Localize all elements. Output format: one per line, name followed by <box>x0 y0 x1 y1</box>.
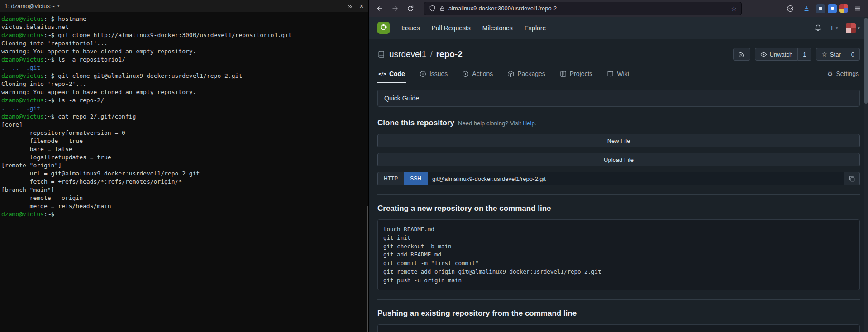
code-line: git checkout -b main <box>383 242 854 251</box>
close-icon[interactable]: × <box>359 2 364 10</box>
clone-section-header: Clone this repository Need help cloning?… <box>377 119 860 128</box>
tab-settings[interactable]: ⚙ Settings <box>826 65 860 83</box>
divider <box>377 299 860 300</box>
chevron-down-icon[interactable]: ▾ <box>57 4 60 8</box>
code-line: git commit -m "first commit" <box>383 259 854 268</box>
watch-button-group: Unwatch 1 <box>755 48 812 61</box>
clone-heading: Clone this repository <box>377 119 454 128</box>
gitea-logo[interactable] <box>377 22 390 34</box>
terminal-line: dzamo@victus:~$ cat repo-2/.git/config <box>1 113 367 121</box>
lock-icon[interactable] <box>439 5 445 12</box>
page-scrollbar[interactable] <box>864 17 868 332</box>
ssh-button[interactable]: SSH <box>404 172 428 185</box>
terminal-line: warning: You appear to have cloned an em… <box>1 47 367 56</box>
repo-content: Quick Guide Clone this repository Need h… <box>369 83 868 332</box>
repo-separator: / <box>430 49 432 59</box>
profile-avatar[interactable] <box>839 4 848 13</box>
back-icon[interactable] <box>373 2 386 15</box>
package-cube-icon <box>507 71 514 77</box>
nav-issues[interactable]: Issues <box>401 24 420 32</box>
watchers-count[interactable]: 1 <box>798 48 811 61</box>
url-text[interactable]: almalinux9-docker:3000/usrdevel1/repo-2 <box>448 5 728 12</box>
star-button-group: ☆ Star 0 <box>816 48 860 61</box>
user-menu[interactable]: ▾ <box>846 23 860 33</box>
shield-icon[interactable] <box>429 5 436 12</box>
nav-pull-requests[interactable]: Pull Requests <box>431 24 470 32</box>
repo-actions: Unwatch 1 ☆ Star 0 <box>733 48 860 61</box>
terminal-line: warning: You appear to have cloned an em… <box>1 88 367 96</box>
nav-explore[interactable]: Explore <box>525 24 546 32</box>
tab-packages[interactable]: Packages <box>506 65 546 83</box>
chevron-down-icon: ▾ <box>858 26 860 30</box>
code-block-existing-repo <box>377 324 860 332</box>
star-button[interactable]: ☆ Star <box>816 48 846 61</box>
gear-icon: ⚙ <box>827 71 833 77</box>
extension-icon[interactable] <box>828 4 837 13</box>
pocket-icon[interactable] <box>783 2 797 15</box>
nav-milestones[interactable]: Milestones <box>482 24 513 32</box>
repo-owner-link[interactable]: usrdevel1 <box>389 49 426 59</box>
terminal-line: dzamo@victus:~$ git clone http://almalin… <box>1 31 367 39</box>
new-file-button[interactable]: New File <box>377 134 860 147</box>
terminal-titlebar[interactable]: 1: dzamo@victus:~ ▾ × <box>0 0 368 12</box>
copy-button[interactable] <box>844 172 860 185</box>
repo-tabs: </> Code Issues Actions <box>369 65 868 83</box>
gitea-page: Issues Pull Requests Milestones Explore … <box>369 17 868 332</box>
screen: 1: dzamo@victus:~ ▾ × dzamo@victus:~$ ho… <box>0 0 868 332</box>
terminal-line: logallrefupdates = true <box>1 153 367 161</box>
menu-icon[interactable] <box>851 2 864 15</box>
terminal-line: [core] <box>1 121 367 129</box>
extension-icon[interactable] <box>816 4 825 13</box>
star-label: Star <box>830 51 841 58</box>
quick-guide-box: Quick Guide <box>377 90 860 107</box>
tab-wiki[interactable]: Wiki <box>606 65 630 83</box>
clone-url-input[interactable] <box>428 172 844 185</box>
tab-label: Actions <box>472 70 493 77</box>
star-icon: ☆ <box>821 51 827 57</box>
terminal-line: bare = false <box>1 145 367 153</box>
code-icon: </> <box>378 71 386 77</box>
terminal-line: filemode = true <box>1 137 367 145</box>
unwatch-label: Unwatch <box>770 51 793 58</box>
terminal-output[interactable]: dzamo@victus:~$ hostnamevictus.balaitus.… <box>0 12 368 332</box>
clone-url-row: HTTP SSH <box>377 172 860 185</box>
repo-header: usrdevel1 / repo-2 Unwatch 1 <box>369 39 868 61</box>
tab-code[interactable]: </> Code <box>377 65 406 83</box>
stars-count[interactable]: 0 <box>846 48 860 61</box>
help-link[interactable]: Help <box>523 120 535 127</box>
chevron-down-icon: ▾ <box>836 26 838 30</box>
section-heading-existing-repo: Pushing an existing repository from the … <box>377 309 860 318</box>
help-period: . <box>535 120 537 127</box>
unwatch-button[interactable]: Unwatch <box>755 48 798 61</box>
rss-button[interactable] <box>733 48 750 61</box>
terminal-line: victus.balaitus.net <box>1 23 367 31</box>
tab-issues[interactable]: Issues <box>419 65 448 83</box>
play-circle-icon <box>462 71 469 77</box>
maximize-icon[interactable] <box>347 3 353 9</box>
create-new-button[interactable]: + ▾ <box>830 24 838 32</box>
notifications-bell-icon[interactable] <box>814 24 822 32</box>
repo-name-link[interactable]: repo-2 <box>436 49 463 59</box>
scrollbar-thumb[interactable] <box>864 18 868 104</box>
upload-file-button[interactable]: Upload File <box>377 153 860 166</box>
issue-circle-icon <box>420 71 426 77</box>
terminal-title: 1: dzamo@victus:~ <box>5 3 55 9</box>
reload-icon[interactable] <box>404 2 417 15</box>
download-icon[interactable] <box>800 2 813 15</box>
clone-help-text: Need help cloning? Visit Help. <box>458 120 536 127</box>
terminal-window: 1: dzamo@victus:~ ▾ × dzamo@victus:~$ ho… <box>0 0 368 332</box>
url-bar[interactable]: almalinux9-docker:3000/usrdevel1/repo-2 … <box>424 2 741 15</box>
avatar <box>846 23 856 33</box>
tab-projects[interactable]: Projects <box>559 65 594 83</box>
terminal-line: dzamo@victus:~$ hostname <box>1 15 367 23</box>
forward-icon[interactable] <box>388 2 402 15</box>
plus-icon: + <box>830 24 834 32</box>
terminal-line: Cloning into 'repo-2'... <box>1 80 367 88</box>
bookmark-star-icon[interactable]: ☆ <box>731 5 737 12</box>
http-button[interactable]: HTTP <box>377 172 404 185</box>
navbar-right: + ▾ ▾ <box>814 23 860 33</box>
toolbar-right-cluster <box>783 2 864 15</box>
tab-actions[interactable]: Actions <box>461 65 494 83</box>
code-line: git add README.md <box>383 251 854 259</box>
terminal-line: url = git@almalinux9-docker:usrdevel1/re… <box>1 170 367 178</box>
